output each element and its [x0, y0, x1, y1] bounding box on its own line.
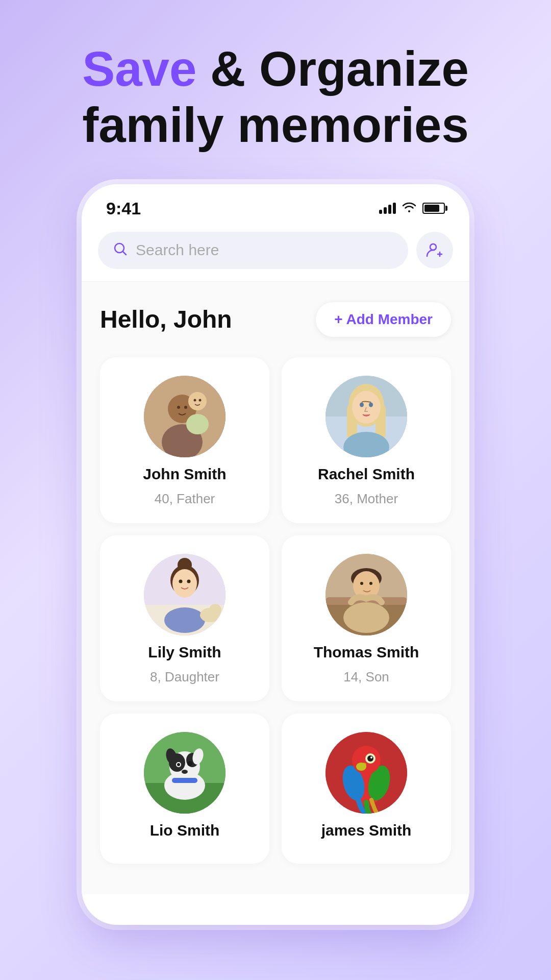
avatar-thomas	[325, 554, 407, 635]
member-info-lily: 8, Daughter	[150, 669, 219, 685]
svg-point-1	[430, 244, 436, 250]
svg-point-18	[369, 402, 373, 407]
members-grid: John Smith 40, Father	[100, 357, 451, 864]
status-bar: 9:41	[82, 184, 469, 227]
member-card-lio[interactable]: Lio Smith	[100, 714, 269, 864]
svg-point-7	[177, 406, 180, 409]
svg-point-17	[360, 402, 364, 407]
add-member-button[interactable]: + Add Member	[316, 302, 451, 337]
svg-point-24	[172, 569, 197, 598]
status-time: 9:41	[106, 199, 141, 218]
avatar-james	[325, 732, 407, 814]
member-name-john: John Smith	[143, 465, 226, 483]
phone-frame: 9:41	[82, 184, 469, 925]
headline-line2: family memories	[82, 97, 469, 152]
svg-point-10	[199, 399, 202, 401]
add-person-button[interactable]	[416, 232, 453, 268]
member-info-rachel: 36, Mother	[335, 491, 398, 507]
main-content: Hello, John + Add Member	[82, 282, 469, 894]
member-card-lily[interactable]: Lily Smith 8, Daughter	[100, 535, 269, 701]
svg-point-57	[367, 755, 373, 762]
svg-point-26	[187, 579, 191, 583]
member-name-lily: Lily Smith	[148, 644, 221, 661]
member-card-john[interactable]: John Smith 40, Father	[100, 357, 269, 523]
member-card-thomas[interactable]: Thomas Smith 14, Son	[282, 535, 451, 701]
search-placeholder: Search here	[136, 241, 219, 259]
svg-point-27	[164, 607, 205, 633]
headline-part2: & Organize	[210, 41, 469, 96]
avatar-rachel	[325, 376, 407, 457]
search-icon	[112, 241, 129, 260]
svg-point-35	[360, 582, 363, 585]
greeting-text: Hello, John	[100, 305, 232, 333]
search-bar[interactable]: Search here	[98, 232, 408, 269]
svg-point-29	[209, 604, 221, 616]
member-card-james[interactable]: james Smith	[282, 714, 451, 864]
status-icons	[379, 201, 445, 215]
signal-icon	[379, 203, 396, 214]
member-name-lio: Lio Smith	[150, 822, 220, 839]
headline-accent: Save	[82, 41, 196, 96]
member-info-thomas: 14, Son	[343, 669, 389, 685]
avatar-lio	[144, 732, 226, 814]
svg-point-5	[188, 392, 207, 410]
battery-icon	[422, 203, 445, 214]
headline: Save & Organize family memories	[46, 41, 505, 154]
member-info-john: 40, Father	[155, 491, 215, 507]
member-name-rachel: Rachel Smith	[318, 465, 415, 483]
svg-point-48	[187, 761, 192, 766]
svg-point-59	[356, 763, 366, 771]
member-name-james: james Smith	[321, 822, 412, 839]
member-name-thomas: Thomas Smith	[314, 644, 419, 661]
greeting-row: Hello, John + Add Member	[100, 302, 451, 337]
svg-point-25	[179, 579, 183, 583]
svg-point-8	[184, 406, 187, 409]
svg-rect-50	[172, 778, 197, 783]
svg-point-36	[369, 582, 372, 585]
svg-point-49	[182, 770, 188, 774]
svg-point-37	[343, 602, 389, 633]
avatar-lily	[144, 554, 226, 635]
svg-point-58	[370, 756, 372, 758]
svg-point-9	[194, 399, 196, 401]
search-area: Search here	[82, 227, 469, 282]
wifi-icon	[402, 201, 416, 215]
avatar-john	[144, 376, 226, 457]
member-card-rachel[interactable]: Rachel Smith 36, Mother	[282, 357, 451, 523]
svg-point-6	[186, 414, 209, 434]
svg-point-47	[177, 763, 180, 766]
